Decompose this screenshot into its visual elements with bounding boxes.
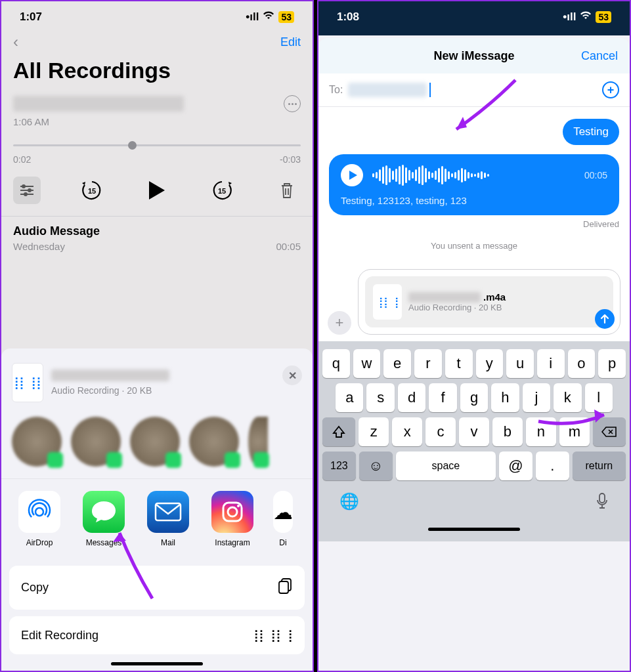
emoji-key[interactable]: ☺	[359, 452, 393, 480]
key-v[interactable]: v	[459, 417, 489, 446]
playback-scrubber[interactable]	[13, 144, 301, 146]
number-key[interactable]: 123	[322, 452, 356, 480]
add-attachment-button[interactable]: +	[328, 311, 351, 335]
signal-icon: •ıll	[563, 10, 576, 24]
at-key[interactable]: @	[499, 452, 533, 480]
share-contact[interactable]	[12, 417, 62, 467]
key-n[interactable]: n	[526, 417, 556, 446]
shift-key[interactable]	[322, 417, 355, 446]
more-button[interactable]	[284, 95, 301, 112]
messages-icon	[83, 491, 125, 533]
key-b[interactable]: b	[492, 417, 523, 446]
recording-name-redacted	[13, 96, 184, 112]
audio-duration: 00:05	[584, 170, 607, 180]
to-field[interactable]: To: +	[318, 74, 630, 107]
more-icon: ☁	[273, 491, 293, 533]
add-contact-button[interactable]: +	[602, 81, 619, 98]
key-c[interactable]: c	[425, 417, 456, 446]
return-key[interactable]: return	[573, 452, 626, 480]
key-z[interactable]: z	[359, 417, 389, 446]
compose-input[interactable]: ⢸⡇⢸ .m4a Audio Recording · 20 KB	[358, 269, 620, 335]
phone-messages: 1:08 •ıll 53 New iMessage Cancel To: + T…	[317, 0, 631, 672]
close-button[interactable]: ✕	[282, 366, 302, 385]
key-r[interactable]: r	[414, 349, 442, 378]
status-time: 1:07	[20, 10, 42, 24]
audio-message-bubble[interactable]: 00:05 Testing, 123123, testing, 123	[329, 154, 619, 215]
dictation-key[interactable]	[596, 492, 609, 513]
send-button[interactable]	[595, 309, 615, 329]
compose-header: New iMessage Cancel	[318, 38, 630, 74]
copy-action[interactable]: Copy	[9, 566, 305, 610]
recording-title: Audio Message	[13, 224, 301, 238]
svg-point-0	[22, 184, 26, 188]
key-j[interactable]: j	[523, 383, 550, 412]
share-app-mail[interactable]: Mail	[144, 491, 192, 547]
key-a[interactable]: a	[336, 383, 363, 412]
svg-text:15: 15	[218, 187, 226, 195]
globe-key[interactable]: 🌐	[339, 492, 359, 513]
share-contact[interactable]	[248, 417, 268, 467]
share-contact[interactable]	[130, 417, 180, 467]
dot-key[interactable]: .	[536, 452, 569, 480]
key-p[interactable]: p	[598, 349, 626, 378]
file-subtitle: Audio Recording · 20 KB	[51, 385, 169, 396]
airdrop-icon	[18, 491, 60, 533]
status-bar: 1:07 •ıll 53	[1, 1, 313, 29]
key-t[interactable]: t	[445, 349, 473, 378]
phone-voice-memos: 1:07 •ıll 53 ‹ Edit All Recordings 1:06 …	[0, 0, 314, 672]
key-o[interactable]: o	[568, 349, 596, 378]
play-audio-button[interactable]	[341, 164, 363, 186]
key-h[interactable]: h	[491, 383, 519, 412]
remaining-time: -0:03	[280, 154, 301, 165]
key-s[interactable]: s	[366, 383, 394, 412]
key-l[interactable]: l	[585, 383, 613, 412]
share-contact[interactable]	[71, 417, 121, 467]
space-key[interactable]: space	[396, 452, 496, 480]
file-name-redacted	[51, 369, 169, 381]
cancel-button[interactable]: Cancel	[581, 49, 618, 63]
edit-recording-action[interactable]: Edit Recording ⢸⡇⢸⡇⢸	[9, 616, 305, 654]
skip-back-15-button[interactable]: 15	[78, 177, 106, 204]
share-app-instagram[interactable]: Instagram	[209, 491, 256, 547]
recording-item[interactable]: Audio Message Wednesday 00:05	[1, 216, 313, 260]
instagram-icon	[211, 491, 253, 533]
key-m[interactable]: m	[559, 417, 590, 446]
share-app-messages[interactable]: Messages	[80, 491, 127, 547]
svg-text:15: 15	[88, 187, 96, 195]
edit-button[interactable]: Edit	[280, 35, 301, 49]
skip-forward-15-button[interactable]: 15	[208, 177, 236, 204]
share-app-airdrop[interactable]: AirDrop	[16, 491, 63, 547]
key-y[interactable]: y	[476, 349, 504, 378]
waveform-icon: ⢸⡇⢸⡇⢸	[250, 628, 293, 642]
key-e[interactable]: e	[383, 349, 411, 378]
play-button[interactable]	[143, 177, 171, 204]
home-indicator[interactable]	[111, 662, 203, 665]
key-g[interactable]: g	[460, 383, 488, 412]
key-u[interactable]: u	[506, 349, 534, 378]
key-f[interactable]: f	[429, 383, 456, 412]
sent-message[interactable]: Testing	[563, 119, 619, 145]
svg-point-9	[237, 505, 240, 507]
key-i[interactable]: i	[537, 349, 565, 378]
delivered-status: Delivered	[583, 219, 619, 229]
attachment-preview[interactable]: ⢸⡇⢸ .m4a Audio Recording · 20 KB	[365, 276, 613, 327]
key-d[interactable]: d	[398, 383, 425, 412]
message-thread: Testing 00:05 Testing, 123123, testing, …	[318, 107, 630, 262]
playback-settings-button[interactable]	[13, 177, 41, 204]
home-indicator[interactable]	[428, 528, 520, 531]
status-bar: 1:08 •ıll 53	[318, 1, 630, 29]
svg-point-8	[228, 507, 237, 516]
key-w[interactable]: w	[353, 349, 381, 378]
battery-indicator: 53	[596, 11, 611, 23]
backspace-key[interactable]	[593, 417, 626, 446]
key-x[interactable]: x	[392, 417, 422, 446]
key-k[interactable]: k	[554, 383, 581, 412]
share-contact[interactable]	[189, 417, 239, 467]
delete-button[interactable]	[273, 177, 301, 204]
svg-rect-6	[156, 503, 181, 520]
svg-point-1	[28, 188, 32, 192]
key-q[interactable]: q	[322, 349, 350, 378]
back-button[interactable]: ‹	[13, 33, 18, 51]
share-app-more[interactable]: ☁ Di	[273, 491, 293, 547]
svg-point-5	[35, 508, 43, 516]
